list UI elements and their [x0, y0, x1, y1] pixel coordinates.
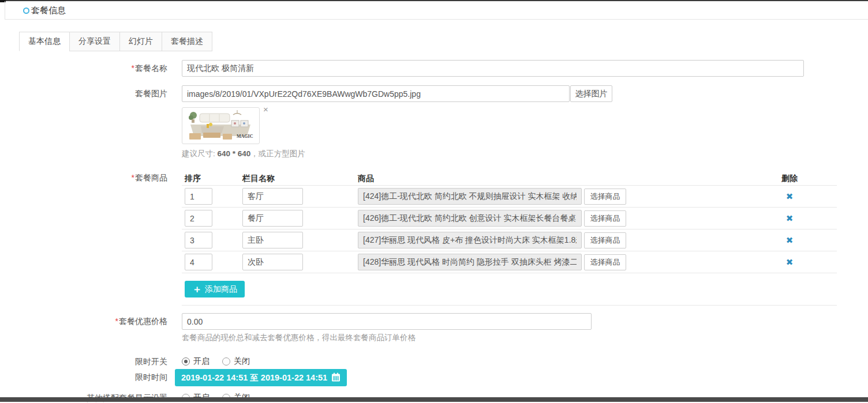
remove-image-icon[interactable]: × — [263, 105, 268, 114]
page-title-text: 套餐信息 — [31, 5, 66, 16]
delete-row-icon[interactable]: ✖ — [786, 235, 794, 245]
category-input[interactable] — [242, 210, 303, 227]
calendar-icon — [331, 372, 341, 383]
package-image-row: 套餐图片 选择图片 — [0, 85, 868, 102]
discount-price-input[interactable] — [182, 313, 592, 330]
category-input[interactable] — [242, 254, 303, 270]
package-name-label: *套餐名称 — [0, 60, 167, 77]
category-input[interactable] — [242, 188, 303, 205]
tab-slideshow[interactable]: 幻灯片 — [119, 32, 162, 51]
package-name-row: *套餐名称 — [0, 60, 868, 77]
choose-product-button[interactable]: 选择商品 — [584, 232, 626, 248]
product-readonly-field — [358, 188, 582, 205]
required-asterisk: * — [132, 173, 134, 182]
required-asterisk: * — [115, 317, 118, 326]
column-header-product: 商品 — [358, 171, 374, 185]
radio-dot-selected — [182, 357, 190, 366]
radio-time-limit-on[interactable]: 开启 — [182, 356, 209, 367]
package-image-path-input[interactable] — [182, 85, 570, 102]
tab-package-description[interactable]: 套餐描述 — [162, 32, 212, 51]
page-title: 套餐信息 — [23, 5, 66, 16]
choose-product-button[interactable]: 选择商品 — [584, 210, 626, 227]
delete-row-icon[interactable]: ✖ — [786, 213, 794, 223]
image-size-hint-row: 建议尺寸: 640 * 640，或正方型图片 — [0, 149, 868, 159]
time-limit-range-label: 限时时间 — [0, 369, 167, 386]
tab-bar: 基本信息 分享设置 幻灯片 套餐描述 — [19, 32, 212, 51]
choose-product-button[interactable]: 选择商品 — [584, 189, 626, 205]
sort-input[interactable] — [185, 254, 212, 270]
furniture-scene-image: MAGIC — [184, 109, 258, 142]
package-image-thumbnail: MAGIC — [182, 107, 260, 144]
product-readonly-field — [358, 210, 582, 227]
product-row: 选择商品 ✖ — [182, 229, 837, 251]
horizontal-scrollbar[interactable] — [0, 397, 868, 402]
sort-input[interactable] — [185, 188, 212, 205]
choose-product-button[interactable]: 选择商品 — [584, 254, 626, 270]
required-asterisk: * — [132, 63, 134, 73]
product-row: 选择商品 ✖ — [182, 208, 837, 229]
product-readonly-field — [358, 232, 582, 248]
package-image-label: 套餐图片 — [0, 85, 167, 102]
package-products-table: 排序 栏目名称 商品 删除 选择商品 ✖ 选择商品 ✖ 选择商品 ✖ — [182, 171, 837, 306]
product-row: 选择商品 ✖ — [182, 186, 837, 208]
add-product-row: ＋添加商品 — [182, 273, 837, 306]
time-limit-switch-label: 限时开关 — [0, 356, 167, 367]
tab-basic-info[interactable]: 基本信息 — [19, 32, 70, 51]
choose-image-button[interactable]: 选择图片 — [570, 85, 612, 102]
delete-row-icon[interactable]: ✖ — [786, 191, 794, 201]
radio-time-limit-off[interactable]: 关闭 — [222, 356, 250, 367]
tab-share-settings[interactable]: 分享设置 — [69, 32, 120, 51]
sort-input[interactable] — [185, 232, 212, 248]
package-image-preview-row: MAGIC × — [0, 107, 868, 144]
page-header: 套餐信息 — [5, 1, 868, 20]
package-products-label: *套餐商品 — [0, 173, 167, 183]
image-size-value: 640 * 640 — [218, 149, 251, 158]
circle-icon — [23, 7, 29, 14]
discount-price-hint: 套餐商品的现价总和减去套餐优惠价格，得出最终套餐商品订单价格 — [182, 333, 868, 343]
product-row: 选择商品 ✖ — [182, 251, 837, 273]
discount-price-row: *套餐优惠价格 套餐商品的现价总和减去套餐优惠价格，得出最终套餐商品订单价格 — [0, 313, 868, 343]
image-size-hint: 建议尺寸: 640 * 640，或正方型图片 — [182, 149, 868, 159]
product-readonly-field — [358, 254, 582, 270]
plus-icon: ＋ — [192, 284, 202, 294]
column-header-sort: 排序 — [185, 171, 212, 185]
radio-label: 开启 — [193, 356, 209, 367]
delete-row-icon[interactable]: ✖ — [786, 257, 794, 267]
package-edit-page: 套餐信息 基本信息 分享设置 幻灯片 套餐描述 *套餐名称 套餐图片 选择图片 — [0, 0, 868, 403]
time-limit-switch-row: 限时开关 开启 关闭 — [0, 356, 868, 367]
add-product-button[interactable]: ＋添加商品 — [185, 281, 245, 297]
package-name-input[interactable] — [182, 60, 804, 77]
radio-dot — [222, 357, 230, 366]
category-input[interactable] — [242, 232, 303, 248]
column-header-category: 栏目名称 — [242, 171, 303, 185]
date-range-text: 2019-01-22 14:51 至 2019-01-22 14:51 — [181, 372, 327, 383]
products-table-header: 排序 栏目名称 商品 删除 — [182, 171, 837, 186]
sort-input[interactable] — [185, 210, 212, 227]
discount-price-label: *套餐优惠价格 — [0, 313, 167, 330]
svg-text:MAGIC: MAGIC — [237, 134, 253, 139]
column-header-delete: 删除 — [772, 171, 807, 185]
radio-label: 关闭 — [234, 356, 250, 367]
date-range-picker-button[interactable]: 2019-01-22 14:51 至 2019-01-22 14:51 — [175, 369, 347, 386]
